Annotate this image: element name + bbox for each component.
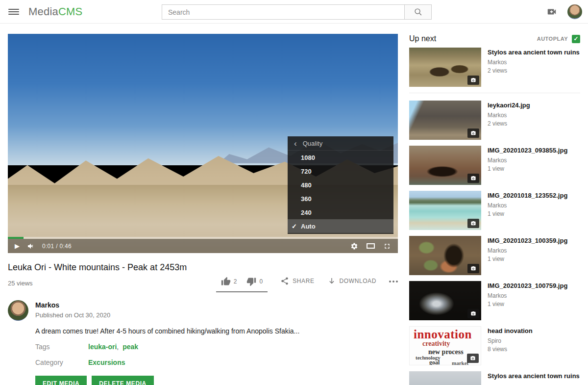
quality-option-240[interactable]: 240: [288, 205, 393, 219]
thumbnail[interactable]: innovation creativity new process techno…: [409, 326, 481, 365]
up-next-list: Stylos area ancient town ruins Markos 2 …: [409, 48, 580, 385]
list-item[interactable]: innovation creativity new process techno…: [409, 326, 580, 365]
up-next-sidebar: Up next AUTOPLAY ✓ Stylos area ancient t…: [409, 34, 580, 385]
meta-row: 25 views 2 0 SHARE: [8, 274, 398, 292]
search-input[interactable]: [162, 4, 404, 20]
dislike-count: 0: [259, 278, 263, 285]
logo-cms-text: CMS: [58, 5, 83, 18]
quality-option-auto[interactable]: ✓ Auto: [288, 219, 393, 233]
item-views: 1 view: [488, 165, 567, 172]
up-next-title: Up next: [409, 34, 436, 43]
item-views: 1 view: [488, 256, 567, 262]
mediacms-page: MediaCMS ‹ Quality: [0, 0, 588, 385]
thumbnail[interactable]: [409, 191, 481, 230]
chevron-left-icon: ‹: [294, 139, 297, 148]
item-author[interactable]: Spiro: [488, 337, 533, 344]
more-options-button[interactable]: [389, 274, 398, 282]
item-title[interactable]: head inovation: [488, 327, 533, 335]
thumbnail[interactable]: [409, 281, 481, 320]
share-button[interactable]: SHARE: [280, 274, 314, 285]
image-badge: [467, 128, 479, 138]
divider: [409, 93, 580, 93]
edit-media-button[interactable]: EDIT MEDIA: [35, 376, 87, 385]
search-button[interactable]: [404, 4, 432, 20]
download-button[interactable]: DOWNLOAD: [327, 274, 376, 285]
list-item[interactable]: IMG_20201023_093855.jpg Markos 1 view: [409, 146, 580, 185]
settings-gear-icon[interactable]: [350, 242, 358, 250]
thumbnail[interactable]: [409, 48, 481, 87]
image-badge: [467, 309, 479, 318]
quality-menu: ‹ Quality 1080 720 480 360 240 ✓ Auto: [288, 136, 393, 234]
list-item[interactable]: IMG_20201023_100759.jpg Markos 1 view: [409, 281, 580, 320]
item-views: 2 views: [488, 120, 530, 127]
item-title[interactable]: IMG_20201023_100359.jpg: [488, 236, 567, 245]
like-button[interactable]: [221, 277, 231, 286]
menu-icon[interactable]: [8, 7, 19, 16]
author-avatar[interactable]: [8, 300, 28, 321]
user-avatar[interactable]: [567, 4, 582, 19]
quality-menu-back[interactable]: ‹ Quality: [288, 136, 393, 151]
item-author[interactable]: Markos: [488, 112, 530, 119]
video-player[interactable]: ‹ Quality 1080 720 480 360 240 ✓ Auto: [8, 34, 398, 253]
tag-link-peak[interactable]: peak: [122, 343, 138, 351]
list-item[interactable]: leykaori24.jpg Markos 2 views: [409, 101, 580, 140]
media-description: A dream comes true! After 4-5 hours of c…: [35, 326, 398, 336]
quality-option-1080[interactable]: 1080: [288, 151, 393, 164]
thumbnail[interactable]: [409, 146, 481, 185]
item-author[interactable]: Markos: [488, 247, 567, 254]
sidebar-header: Up next AUTOPLAY ✓: [409, 34, 580, 44]
author-name[interactable]: Markos: [35, 301, 110, 309]
quality-option-720[interactable]: 720: [288, 164, 393, 178]
item-author[interactable]: Markos: [488, 157, 567, 164]
volume-muted-icon[interactable]: [26, 242, 35, 250]
image-badge: [467, 354, 479, 363]
check-icon: ✓: [292, 223, 297, 230]
item-title[interactable]: IMG_20201023_093855.jpg: [488, 146, 567, 154]
rating-group: 2 0: [216, 274, 268, 292]
author-row: Markos Published on Oct 30, 2020: [8, 300, 398, 321]
image-badge: [467, 76, 479, 85]
download-icon: [327, 277, 336, 285]
check-icon: ✓: [573, 35, 578, 42]
delete-media-button[interactable]: DELETE MEDIA: [92, 376, 154, 385]
tag-link-leuka-ori[interactable]: leuka-ori: [88, 343, 117, 351]
item-author[interactable]: Markos: [488, 292, 567, 299]
item-views: 1 view: [488, 210, 567, 217]
list-item[interactable]: Stylos area ancient town ruins Markos 2 …: [409, 48, 580, 87]
main-content: ‹ Quality 1080 720 480 360 240 ✓ Auto: [8, 34, 398, 385]
autoplay-checkbox[interactable]: ✓: [572, 35, 580, 43]
item-title[interactable]: IMG_20201023_100759.jpg: [488, 282, 567, 290]
item-views: 2 views: [488, 67, 580, 74]
videocam-plus-icon: [545, 6, 558, 17]
item-views: 8 views: [488, 346, 533, 353]
fullscreen-icon[interactable]: [383, 242, 391, 250]
list-item[interactable]: Stylos area ancient town ruins: [409, 371, 580, 385]
list-item[interactable]: IMG_20201023_100359.jpg Markos 1 view: [409, 236, 580, 275]
category-link-excursions[interactable]: Excursions: [88, 359, 125, 366]
quality-option-360[interactable]: 360: [288, 192, 393, 205]
thumbnail[interactable]: [409, 236, 481, 275]
image-badge: [467, 264, 479, 273]
item-title[interactable]: IMG_20201018_123552.jpg: [488, 191, 567, 200]
thumbnail[interactable]: [409, 101, 481, 140]
image-badge: [467, 174, 479, 183]
item-title[interactable]: Stylos area ancient town ruins: [488, 48, 580, 56]
category-row: Category Excursions: [35, 358, 398, 367]
item-title[interactable]: Stylos area ancient town ruins: [488, 372, 580, 380]
list-item[interactable]: IMG_20201018_123552.jpg Markos 1 view: [409, 191, 580, 230]
player-controls: ▶ 0:01 / 0:46: [8, 239, 398, 253]
item-author[interactable]: Markos: [488, 202, 567, 209]
search-icon: [414, 8, 422, 16]
logo[interactable]: MediaCMS: [28, 5, 82, 18]
play-button[interactable]: ▶: [15, 243, 20, 249]
thumbnail[interactable]: [409, 371, 481, 385]
theater-mode-icon[interactable]: [367, 243, 375, 249]
actions-bar: 2 0 SHARE DOWNLOAD: [216, 274, 398, 292]
item-author[interactable]: Markos: [488, 59, 580, 66]
quality-option-480[interactable]: 480: [288, 178, 393, 192]
quality-menu-title: Quality: [303, 140, 322, 147]
upload-media-button[interactable]: [545, 6, 558, 17]
dislike-button[interactable]: [246, 277, 256, 286]
item-title[interactable]: leykaori24.jpg: [488, 101, 530, 109]
owner-buttons: EDIT MEDIA DELETE MEDIA: [35, 376, 398, 385]
